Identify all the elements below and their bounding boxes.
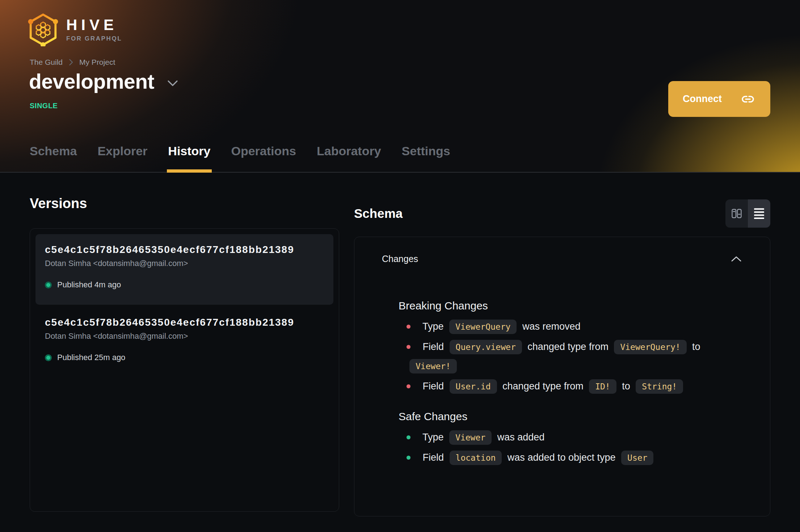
code-chip: Query.viewer bbox=[450, 340, 522, 354]
change-item: Field Query.viewer changed type from Vie… bbox=[407, 337, 750, 376]
safe-bullet-icon bbox=[407, 435, 410, 439]
change-item: Type ViewerQuery was removed bbox=[407, 317, 750, 336]
breaking-bullet-icon bbox=[407, 384, 410, 388]
brand-text: HIVE FOR GRAPHQL bbox=[66, 17, 122, 42]
code-chip: Viewer! bbox=[409, 359, 457, 373]
change-item: Type Viewer was added bbox=[407, 428, 750, 447]
hive-logo[interactable]: HIVE FOR GRAPHQL bbox=[28, 13, 122, 46]
connect-button[interactable]: Connect bbox=[668, 81, 770, 117]
safe-changes-list: Type Viewer was added Field location was… bbox=[407, 428, 750, 467]
change-item: Field location was added to object type … bbox=[407, 448, 750, 467]
code-chip: User bbox=[621, 451, 653, 465]
schema-heading: Schema bbox=[354, 206, 403, 221]
breaking-changes-heading: Breaking Changes bbox=[399, 300, 750, 312]
connect-label: Connect bbox=[683, 93, 722, 105]
version-status-text: Published 4m ago bbox=[57, 280, 121, 290]
change-text: Field bbox=[423, 452, 444, 463]
columns-view-icon bbox=[730, 207, 743, 220]
change-text: Type bbox=[422, 321, 444, 332]
code-chip: location bbox=[450, 451, 502, 465]
code-chip: Viewer bbox=[449, 430, 492, 445]
change-text: changed type from bbox=[527, 341, 609, 352]
change-text: to bbox=[622, 381, 630, 392]
changes-collapse-header[interactable]: Changes bbox=[354, 237, 770, 264]
breadcrumb: The Guild My Project bbox=[30, 58, 115, 67]
safe-changes-heading: Safe Changes bbox=[399, 410, 750, 423]
version-author: Dotan Simha <dotansimha@gmail.com> bbox=[45, 332, 324, 341]
changes-label: Changes bbox=[382, 254, 418, 264]
target-switcher[interactable] bbox=[167, 76, 178, 86]
change-text: was added to object type bbox=[508, 452, 616, 463]
versions-column: Versions c5e4c1c5f78b26465350e4ecf677cf1… bbox=[30, 196, 339, 516]
change-text: was added bbox=[497, 432, 545, 443]
target-mode-badge: SINGLE bbox=[30, 102, 58, 110]
change-item: Field User.id changed type from ID! to S… bbox=[407, 377, 750, 396]
main-content: Versions c5e4c1c5f78b26465350e4ecf677cf1… bbox=[0, 173, 800, 516]
version-hash: c5e4c1c5f78b26465350e4ecf677cf188bb21389 bbox=[45, 317, 324, 328]
breadcrumb-project[interactable]: My Project bbox=[79, 58, 115, 67]
chevron-down-icon bbox=[167, 80, 178, 86]
breadcrumb-org[interactable]: The Guild bbox=[30, 58, 63, 67]
published-dot-icon bbox=[45, 354, 52, 361]
code-chip: User.id bbox=[450, 379, 497, 394]
target-tabs: Schema Explorer History Operations Labor… bbox=[30, 144, 450, 173]
tab-history[interactable]: History bbox=[168, 144, 210, 173]
chevron-right-icon bbox=[69, 59, 73, 66]
change-text: was removed bbox=[522, 321, 581, 332]
versions-heading: Versions bbox=[30, 196, 339, 211]
page-header: HIVE FOR GRAPHQL The Guild My Project de… bbox=[0, 0, 800, 173]
columns-view-button[interactable] bbox=[725, 199, 748, 228]
safe-bullet-icon bbox=[407, 456, 410, 460]
version-hash: c5e4c1c5f78b26465350e4ecf677cf188bb21389 bbox=[45, 244, 324, 256]
version-status-text: Published 25m ago bbox=[57, 353, 125, 362]
change-text: changed type from bbox=[502, 381, 584, 392]
link-icon bbox=[740, 91, 756, 107]
version-author: Dotan Simha <dotansimha@gmail.com> bbox=[45, 259, 324, 268]
safe-changes-section: Safe Changes Type Viewer was added Field… bbox=[399, 410, 750, 467]
changes-panel: Changes Breaking Changes Type ViewerQuer… bbox=[354, 237, 770, 516]
tab-laboratory[interactable]: Laboratory bbox=[317, 144, 381, 173]
schema-view-toggle bbox=[725, 199, 770, 228]
list-view-icon bbox=[754, 207, 765, 220]
brand-tagline: FOR GRAPHQL bbox=[66, 35, 122, 42]
schema-column: Schema bbox=[354, 196, 770, 516]
change-text: Field bbox=[423, 341, 444, 352]
tab-operations[interactable]: Operations bbox=[231, 144, 296, 173]
published-dot-icon bbox=[45, 282, 52, 288]
code-chip: ViewerQuery bbox=[449, 320, 517, 334]
change-text: Type bbox=[422, 432, 444, 443]
list-view-button[interactable] bbox=[748, 199, 770, 228]
tab-schema[interactable]: Schema bbox=[30, 144, 77, 173]
code-chip: ViewerQuery! bbox=[614, 340, 686, 354]
code-chip: String! bbox=[636, 379, 683, 394]
version-card[interactable]: c5e4c1c5f78b26465350e4ecf677cf188bb21389… bbox=[35, 307, 333, 377]
tab-settings[interactable]: Settings bbox=[402, 144, 450, 173]
breaking-bullet-icon bbox=[407, 325, 410, 329]
hive-logo-icon bbox=[28, 13, 58, 46]
chevron-up-icon bbox=[731, 256, 742, 262]
change-text: Field bbox=[423, 381, 444, 392]
version-card[interactable]: c5e4c1c5f78b26465350e4ecf677cf188bb21389… bbox=[35, 234, 333, 305]
target-title: development bbox=[29, 69, 154, 93]
code-chip: ID! bbox=[589, 379, 616, 394]
breaking-bullet-icon bbox=[407, 345, 410, 349]
change-text: to bbox=[692, 341, 700, 352]
tab-explorer[interactable]: Explorer bbox=[97, 144, 147, 173]
versions-panel: c5e4c1c5f78b26465350e4ecf677cf188bb21389… bbox=[30, 228, 339, 512]
breaking-changes-list: Type ViewerQuery was removed Field Query… bbox=[407, 317, 750, 396]
breaking-changes-section: Breaking Changes Type ViewerQuery was re… bbox=[399, 300, 750, 396]
brand-name: HIVE bbox=[66, 17, 122, 33]
